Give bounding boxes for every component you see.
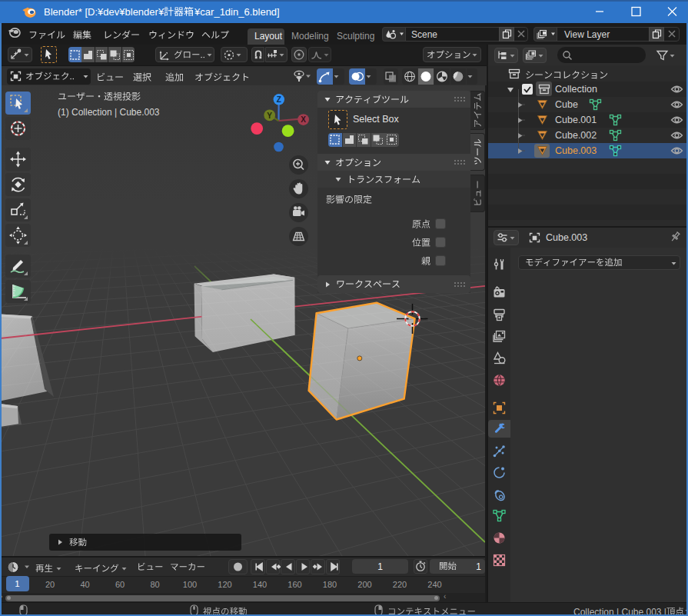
svg-text:X: X bbox=[301, 115, 306, 124]
svg-text:Z: Z bbox=[277, 95, 281, 104]
svg-text:Y: Y bbox=[267, 112, 272, 120]
